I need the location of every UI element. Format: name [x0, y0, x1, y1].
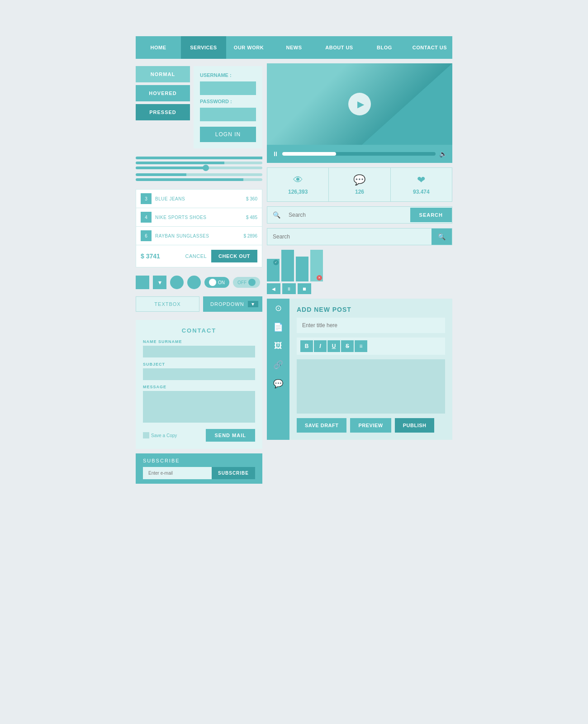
input-row: TEXTBOX DROPDOWN ▾	[136, 296, 262, 312]
subscribe-row: SUBSCRIBE	[143, 467, 255, 479]
thumb-check: ✓	[273, 260, 279, 265]
views-count: 126,393	[288, 189, 308, 195]
cart-name-3: RAYBAN SUNGLASSES	[155, 233, 243, 238]
slider-bar-2[interactable]	[136, 162, 224, 164]
subscribe-input[interactable]	[143, 467, 212, 479]
textbox-button[interactable]: TEXTBOX	[136, 296, 199, 312]
link-icon[interactable]: 🔗	[273, 360, 283, 370]
nav-about[interactable]: ABOUT US	[317, 36, 362, 59]
dropdown-button[interactable]: DROPDOWN ▾	[203, 296, 262, 312]
thumb-3[interactable]	[296, 257, 308, 281]
control-chevron[interactable]: ▾	[153, 276, 166, 289]
toolbar-italic[interactable]: I	[314, 340, 327, 352]
nav-contact[interactable]: CONTACT US	[407, 36, 452, 59]
dropdown-label: DROPDOWN	[210, 301, 244, 307]
slider-with-handle[interactable]	[136, 167, 262, 169]
subscribe-button[interactable]: SUBSCRIBE	[212, 467, 255, 479]
thumb-2[interactable]	[281, 250, 294, 281]
preview-button[interactable]: PREVIEW	[350, 418, 391, 433]
nav-blog[interactable]: BLOG	[362, 36, 407, 59]
message-textarea[interactable]	[143, 391, 255, 423]
login-button[interactable]: LOGN IN	[200, 127, 256, 142]
save-copy-label[interactable]: Save a Copy	[143, 432, 201, 438]
pause-button[interactable]: ⏸	[272, 150, 279, 157]
login-form: USERNAME : PASSWORD : LOGN IN	[194, 66, 262, 148]
name-input[interactable]	[143, 346, 255, 357]
thumb-x: ✕	[317, 275, 322, 281]
cart-section: 3 BLUE JEANS $ 360 4 NIKE SPORTS SHOES $…	[136, 189, 262, 267]
toolbar-strikethrough[interactable]: S	[341, 340, 354, 352]
video-progress-fill	[282, 152, 336, 156]
cart-row-3: 6 RAYBAN SUNGLASSES $ 2896	[136, 227, 262, 245]
normal-button[interactable]: NORMAL	[136, 66, 190, 82]
media-prev[interactable]: ◀	[267, 283, 280, 294]
play-button[interactable]: ▶	[348, 93, 371, 115]
cart-num-3: 6	[141, 230, 152, 241]
toggle-on[interactable]: ON	[204, 277, 229, 288]
subject-input[interactable]	[143, 368, 255, 380]
search-button-2[interactable]: 🔍	[432, 229, 452, 245]
slider-row-2	[136, 162, 262, 164]
slider-row-1	[136, 157, 262, 159]
toolbar-bold[interactable]: B	[300, 340, 313, 352]
video-background: ▶	[267, 63, 452, 145]
comments-count: 126	[355, 189, 364, 195]
slider-row-4	[136, 178, 262, 181]
control-circle-1[interactable]	[170, 276, 184, 289]
hovered-button[interactable]: HOVERED	[136, 85, 190, 101]
checkout-button[interactable]: CHECK OUT	[211, 250, 257, 262]
pressed-button[interactable]: PRESSED	[136, 104, 190, 120]
comment-icon[interactable]: 💬	[273, 379, 283, 389]
post-body[interactable]	[297, 359, 445, 414]
nav-bar: HOME SERVICES OUR WORK NEWS ABOUT US BLO…	[136, 36, 452, 59]
search-input-1[interactable]	[286, 207, 410, 223]
search-icon-1: 🔍	[267, 207, 286, 223]
sliders-section	[136, 157, 262, 181]
publish-button[interactable]: PUBLISH	[395, 418, 435, 433]
nav-news[interactable]: NEWS	[271, 36, 317, 59]
cancel-button[interactable]: CANCEL	[185, 253, 207, 259]
name-label: NAME SURNAME	[143, 339, 255, 344]
cart-num-2: 4	[141, 212, 152, 223]
main-row: NORMAL HOVERED PRESSED USERNAME : PASSWO…	[136, 63, 452, 484]
volume-button[interactable]: 🔈	[439, 150, 447, 157]
search-button-1[interactable]: SEARCH	[410, 208, 452, 222]
cart-price-2: $ 485	[246, 215, 257, 220]
control-circle-2[interactable]	[187, 276, 201, 289]
toggle-off[interactable]: OFF	[233, 277, 260, 288]
play-icon: ▶	[357, 99, 364, 110]
likes-icon: ❤	[417, 174, 425, 186]
contact-form: CONTACT NAME SURNAME SUBJECT MESSAGE Sav…	[136, 320, 262, 449]
media-stop[interactable]: ⏹	[298, 283, 311, 294]
slider-bar-4[interactable]	[136, 178, 243, 181]
video-progress[interactable]	[282, 152, 436, 156]
slider-bar-3[interactable]	[136, 173, 186, 176]
search-input-2[interactable]	[267, 229, 432, 244]
send-mail-button[interactable]: SEND MAIL	[206, 429, 256, 442]
thumb-4[interactable]: ✕	[310, 250, 323, 281]
nav-home[interactable]: HOME	[136, 36, 181, 59]
media-pause[interactable]: ⏸	[282, 283, 296, 294]
toolbar-underline[interactable]: U	[327, 340, 340, 352]
post-title-input[interactable]	[297, 318, 445, 333]
nav-services[interactable]: SERVICES	[181, 36, 226, 59]
cart-total: $ 3741	[141, 252, 180, 260]
toggle-dot-off	[248, 279, 256, 286]
cart-footer: $ 3741 CANCEL CHECK OUT	[136, 245, 262, 267]
control-square[interactable]	[136, 276, 149, 289]
password-input[interactable]	[200, 108, 256, 121]
document-icon[interactable]: 📄	[273, 322, 283, 332]
stat-comments: 💬 126	[329, 168, 390, 201]
post-toolbar: B I U S ≡	[297, 338, 445, 355]
thumb-1[interactable]: ✓	[267, 259, 280, 281]
toolbar-list[interactable]: ≡	[355, 340, 367, 352]
ui-container: HOME SERVICES OUR WORK NEWS ABOUT US BLO…	[136, 36, 452, 484]
nav-our-work[interactable]: OUR WORK	[226, 36, 271, 59]
dashboard-icon[interactable]: ⊙	[275, 303, 282, 313]
post-sidebar: ⊙ 📄 🖼 🔗 💬	[267, 299, 289, 440]
image-icon[interactable]: 🖼	[274, 341, 282, 351]
slider-bar-1[interactable]	[136, 157, 262, 159]
username-input[interactable]	[200, 81, 256, 95]
save-draft-button[interactable]: SAVE DRAFT	[297, 418, 346, 433]
save-copy-checkbox[interactable]	[143, 432, 149, 438]
